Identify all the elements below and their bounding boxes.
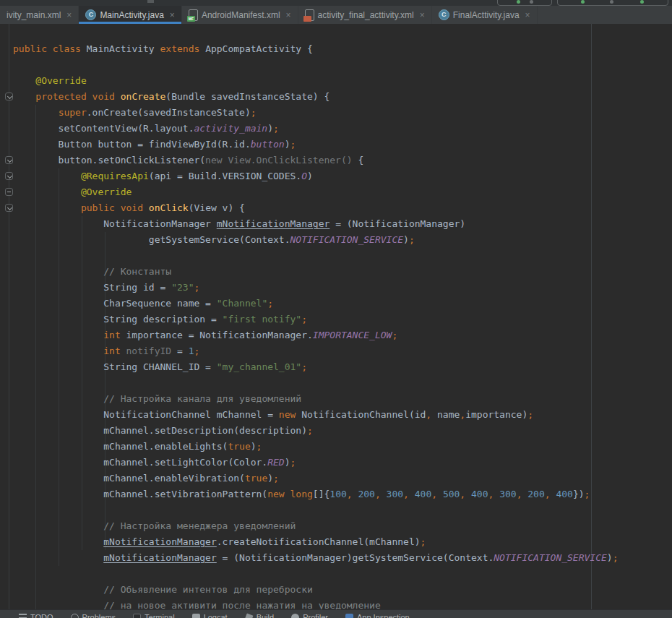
- code-line[interactable]: protected void onCreate(Bundle savedInst…: [13, 89, 672, 105]
- code-line[interactable]: [13, 566, 672, 582]
- code-line[interactable]: String id = "23";: [13, 280, 672, 296]
- code-line[interactable]: mChannel.setVibrationPattern(new long[]{…: [13, 486, 672, 502]
- editor-tab-bar: ivity_main.xml×CMainActivity.java×MFAndr…: [0, 6, 672, 24]
- code-line[interactable]: mNotificationManager = (NotificationMana…: [13, 550, 672, 566]
- tool-window-bar: TODOProblemsTerminalLogcatBuildProfilerA…: [0, 609, 672, 618]
- code-line[interactable]: // Обьявление интентов для переброски: [13, 582, 672, 598]
- code-line[interactable]: button.setOnClickListener(new View.OnCli…: [13, 153, 672, 168]
- code-line[interactable]: getSystemService(Context.NOTIFICATION_SE…: [13, 232, 672, 248]
- terminal-icon: [133, 614, 141, 618]
- profiler-icon: [291, 614, 299, 618]
- code-line[interactable]: mChannel.setDescription(description);: [13, 423, 672, 439]
- tool-window-label: Build: [257, 613, 274, 618]
- code-line[interactable]: [13, 248, 672, 264]
- code-line[interactable]: int importance = NotificationManager.IMP…: [13, 327, 672, 343]
- toolbar-strip: [0, 0, 672, 6]
- close-icon[interactable]: ×: [286, 11, 291, 20]
- tab-label: MainActivity.java: [100, 10, 163, 20]
- fold-marker-icon[interactable]: [5, 172, 13, 180]
- tool-window-button-app-inspection[interactable]: App Inspection: [345, 613, 410, 618]
- tool-window-button-logcat[interactable]: Logcat: [192, 613, 228, 618]
- code-line[interactable]: // Константы: [13, 264, 672, 280]
- code-line[interactable]: mNotificationManager.createNotificationC…: [13, 534, 672, 550]
- tool-window-label: App Inspection: [357, 613, 410, 618]
- code-line[interactable]: // Настройка менеджера уведомлений: [13, 518, 672, 534]
- run-widget[interactable]: [497, 0, 552, 6]
- close-icon[interactable]: ×: [66, 11, 72, 20]
- code-line[interactable]: [13, 57, 672, 73]
- tool-window-label: TODO: [30, 613, 53, 618]
- code-line[interactable]: Button button = findViewById(R.id.button…: [13, 137, 672, 153]
- close-icon[interactable]: ×: [170, 11, 175, 20]
- gutter-fold-guide: [9, 24, 9, 609]
- widget-dot-icon: [530, 0, 533, 4]
- fold-marker-icon[interactable]: [5, 93, 13, 100]
- editor-tab-ivity_main.xml[interactable]: ivity_main.xml×: [0, 6, 79, 24]
- code-line[interactable]: // Настройка канала для уведомлений: [13, 391, 672, 407]
- code-line[interactable]: CharSequence name = "Channel";: [13, 296, 672, 312]
- run-icon: [581, 0, 585, 4]
- editor-tab-AndroidManifest.xml[interactable]: MFAndroidManifest.xml×: [182, 6, 298, 24]
- tool-window-label: Profiler: [303, 613, 328, 618]
- code-line[interactable]: @RequiresApi(api = Build.VERSION_CODES.O…: [13, 168, 672, 184]
- code-editor[interactable]: public class MainActivity extends AppCom…: [0, 24, 672, 609]
- java-class-icon: C: [439, 9, 449, 20]
- java-class-icon: C: [85, 9, 96, 20]
- toolbar-fragment: [147, 0, 154, 3]
- code-line[interactable]: public class MainActivity extends AppCom…: [13, 41, 672, 57]
- tab-label: AndroidManifest.xml: [202, 10, 280, 20]
- code-line[interactable]: public void onClick(View v) {: [13, 200, 672, 216]
- fold-marker-icon[interactable]: [5, 188, 13, 196]
- code-line[interactable]: mChannel.enableVibration(true);: [13, 471, 672, 486]
- code-line[interactable]: super.onCreate(savedInstanceState);: [13, 105, 672, 121]
- code-line[interactable]: mChannel.setLightColor(Color.RED);: [13, 455, 672, 471]
- tab-label: FinalActtivity.java: [453, 10, 520, 20]
- code-line[interactable]: @Override: [13, 73, 672, 89]
- fold-marker-icon[interactable]: [5, 204, 13, 212]
- code-line[interactable]: @Override: [13, 184, 672, 200]
- fold-marker-icon[interactable]: [5, 156, 13, 164]
- app-inspection-icon: [345, 614, 353, 618]
- layout-xml-file-icon: [305, 9, 314, 21]
- ide-window: ivity_main.xml×CMainActivity.java×MFAndr…: [0, 0, 672, 618]
- editor-tab-FinalActtivity.java[interactable]: CFinalActtivity.java×: [432, 6, 538, 24]
- tool-window-label: Terminal: [145, 613, 175, 618]
- widget-dot-icon: [610, 0, 613, 4]
- problems-icon: [71, 614, 79, 618]
- editor-tab-MainActivity.java[interactable]: CMainActivity.java×: [79, 6, 182, 24]
- tool-window-button-todo[interactable]: TODO: [19, 613, 53, 618]
- code-area[interactable]: public class MainActivity extends AppCom…: [13, 41, 672, 609]
- build-icon: [244, 613, 253, 618]
- code-line[interactable]: int notifyID = 1;: [13, 343, 672, 359]
- tab-label: ivity_main.xml: [7, 10, 61, 20]
- code-line[interactable]: NotificationManager mNotificationManager…: [13, 216, 672, 232]
- code-line[interactable]: NotificationChannel mChannel = new Notif…: [13, 407, 672, 423]
- tool-window-button-problems[interactable]: Problems: [71, 613, 116, 618]
- close-icon[interactable]: ×: [525, 11, 530, 20]
- tool-window-label: Problems: [82, 613, 116, 618]
- manifest-file-icon: MF: [189, 9, 198, 21]
- code-line[interactable]: [13, 375, 672, 391]
- tool-window-button-build[interactable]: Build: [245, 613, 274, 618]
- tool-window-button-profiler[interactable]: Profiler: [291, 613, 328, 618]
- code-line[interactable]: String description = "first notify";: [13, 312, 672, 327]
- code-line[interactable]: mChannel.enableLights(true);: [13, 439, 672, 455]
- run-icon: [640, 0, 644, 4]
- device-widget[interactable]: [557, 0, 668, 6]
- tool-window-buttons: TODOProblemsTerminalLogcatBuildProfilerA…: [0, 610, 672, 618]
- code-line[interactable]: [13, 502, 672, 518]
- code-line[interactable]: String CHANNEL_ID = "my_channel_01";: [13, 359, 672, 375]
- code-line[interactable]: setContentView(R.layout.activity_main);: [13, 121, 672, 137]
- tab-label: activity_final_acttivity.xml: [318, 10, 414, 20]
- todo-icon: [19, 614, 27, 618]
- editor-tab-activity_final_acttivity.xml[interactable]: activity_final_acttivity.xml×: [298, 6, 432, 24]
- tool-window-label: Logcat: [204, 613, 228, 618]
- close-icon[interactable]: ×: [420, 11, 425, 20]
- code-line[interactable]: // на новое активити после нажатия на ув…: [13, 598, 672, 609]
- run-icon: [517, 0, 520, 4]
- logcat-icon: [192, 614, 200, 618]
- tool-window-button-terminal[interactable]: Terminal: [133, 613, 175, 618]
